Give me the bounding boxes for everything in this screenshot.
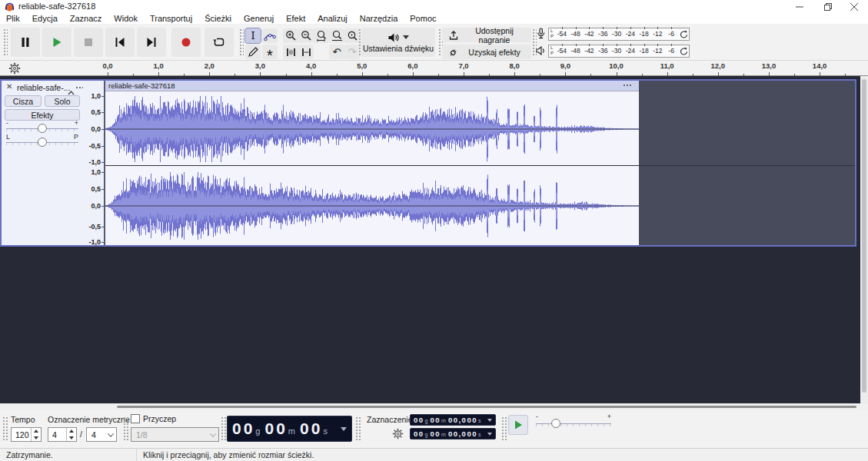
- time-digits[interactable]: 00: [414, 429, 424, 438]
- channel-separator: [105, 165, 855, 166]
- menu-item-transportuj[interactable]: Transportuj: [144, 13, 198, 24]
- snap-toolbar-grip[interactable]: [123, 416, 128, 441]
- time-digits[interactable]: 00,000: [448, 416, 477, 424]
- vertical-scale-ruler[interactable]: 1,00,50,0-0,5-1,01,00,50,0-0,5-1,0: [83, 81, 105, 245]
- draw-tool-button[interactable]: [245, 45, 261, 59]
- time-digits[interactable]: 00: [430, 429, 441, 438]
- horizontal-scrollbar-thumb[interactable]: [117, 406, 856, 408]
- audio-setup-button[interactable]: Ustawienia dźwięku: [361, 28, 435, 57]
- fit-project-button[interactable]: [329, 28, 344, 43]
- playback-meter-bar[interactable]: LP -54-48-42-36-30-24-18-12-6: [548, 45, 690, 58]
- minimize-button[interactable]: [788, 0, 811, 13]
- play-speed-slider[interactable]: - +: [534, 413, 613, 432]
- zoom-in-button[interactable]: [283, 28, 298, 43]
- stereo-waveform[interactable]: [105, 91, 639, 245]
- skip-to-end-button[interactable]: [137, 28, 166, 57]
- time-format-dropdown-icon[interactable]: [487, 419, 492, 422]
- play-button[interactable]: [42, 28, 72, 57]
- transport-toolbar-grip[interactable]: [2, 28, 8, 57]
- vertical-scrollbar[interactable]: [860, 76, 868, 403]
- skip-to-start-button[interactable]: [105, 28, 135, 57]
- horizontal-scrollbar[interactable]: [0, 403, 868, 410]
- play-at-speed-button[interactable]: [508, 415, 528, 435]
- playback-meter[interactable]: LP -54-48-42-36-30-24-18-12-6: [536, 44, 690, 58]
- effects-button[interactable]: Efekty: [5, 109, 80, 121]
- fit-selection-button[interactable]: [314, 28, 329, 43]
- timeline-ruler[interactable]: 0,01,02,03,04,05,06,07,08,09,010,011,012…: [0, 61, 868, 76]
- pan-slider-thumb[interactable]: [38, 138, 47, 147]
- tempo-spinner[interactable]: [31, 428, 41, 441]
- menu-item-zaznacz[interactable]: Zaznacz: [64, 13, 108, 24]
- pause-button[interactable]: [11, 28, 40, 57]
- menu-item-sciezki[interactable]: Ścieżki: [198, 13, 238, 24]
- time-digits[interactable]: 00: [414, 416, 424, 424]
- record-button[interactable]: [171, 28, 201, 57]
- envelope-tool-button[interactable]: [262, 28, 278, 43]
- audio-position-display[interactable]: 00g00m00s: [227, 416, 352, 442]
- time-digits[interactable]: 00: [232, 420, 254, 438]
- silence-selection-button[interactable]: [298, 45, 314, 59]
- zoom-out-button[interactable]: [298, 28, 314, 43]
- loop-button[interactable]: [205, 28, 234, 57]
- selection-end-field[interactable]: 00g00m00,000s: [410, 428, 496, 439]
- track-canvas[interactable]: ✕ reliable-safe-... Cisza Solo Efekty - …: [0, 76, 868, 403]
- get-effects-button[interactable]: Uzyskaj efekty: [442, 45, 531, 59]
- time-digits[interactable]: 00: [300, 420, 322, 438]
- time-digits[interactable]: 00: [264, 420, 287, 438]
- time-signature-upper-spinner[interactable]: [66, 428, 76, 441]
- multi-tool-button[interactable]: *: [262, 45, 278, 59]
- trim-outside-selection-button[interactable]: [283, 45, 298, 59]
- time-signature-upper-input[interactable]: 4: [48, 427, 77, 442]
- time-format-dropdown-icon[interactable]: [487, 433, 492, 436]
- snap-checkbox[interactable]: [131, 414, 140, 423]
- close-button[interactable]: [843, 0, 866, 13]
- time-signature-toolbar-grip[interactable]: [2, 416, 8, 441]
- time-digits[interactable]: 00,000: [448, 429, 477, 438]
- clip-header[interactable]: reliable-safe-327618: [105, 81, 639, 91]
- track-name[interactable]: reliable-safe-...: [17, 83, 70, 92]
- undo-button[interactable]: ↶: [329, 45, 344, 59]
- meter-scale-label: -18: [637, 30, 651, 38]
- selection-tool-button[interactable]: I: [245, 28, 261, 43]
- snap-value-select[interactable]: 1/8: [131, 427, 219, 442]
- menu-item-efekt[interactable]: Efekt: [280, 13, 311, 24]
- play-speed-slider-thumb[interactable]: [551, 419, 560, 428]
- time-signature-lower-select[interactable]: 4: [86, 427, 117, 442]
- recording-meter-bar[interactable]: LP -54-48-42-36-30-24-18-12-6: [548, 28, 690, 41]
- selection-start-field[interactable]: 00g00m00,000s: [410, 414, 496, 426]
- audio-setup-label: Ustawienia dźwięku: [363, 44, 434, 53]
- play-at-speed-toolbar-grip[interactable]: [501, 416, 507, 441]
- solo-button[interactable]: Solo: [45, 95, 80, 107]
- vertical-scrollbar-thumb[interactable]: [862, 79, 866, 393]
- share-audio-button[interactable]: Udostępnij nagranie: [442, 28, 531, 42]
- tempo-input[interactable]: 120: [11, 427, 42, 442]
- pan-slider[interactable]: L P: [5, 134, 80, 147]
- menu-item-generuj[interactable]: Generuj: [238, 13, 280, 24]
- menu-item-analizuj[interactable]: Analizuj: [311, 13, 354, 24]
- time-toolbar-grip[interactable]: [221, 416, 226, 441]
- time-format-dropdown-icon[interactable]: [341, 427, 347, 431]
- mute-button[interactable]: Cisza: [5, 95, 42, 107]
- stop-button[interactable]: [74, 28, 103, 57]
- track-waveform-area[interactable]: reliable-safe-327618: [105, 81, 855, 245]
- maximize-button[interactable]: [816, 0, 840, 13]
- selection-options-button[interactable]: [392, 428, 404, 443]
- audio-clip[interactable]: reliable-safe-327618: [105, 81, 639, 245]
- track-row[interactable]: ✕ reliable-safe-... Cisza Solo Efekty - …: [0, 79, 856, 247]
- menu-item-narzedzia[interactable]: Narzędzia: [354, 13, 404, 24]
- timeline-options-button[interactable]: [8, 62, 21, 75]
- menu-item-plik[interactable]: Plik: [0, 13, 26, 24]
- menu-item-pomoc[interactable]: Pomoc: [404, 13, 442, 24]
- tools-toolbar-grip[interactable]: [238, 28, 244, 57]
- ruler-tick-label: 13,0: [762, 61, 777, 70]
- gain-slider[interactable]: - +: [5, 121, 80, 133]
- ruler-scale[interactable]: 0,01,02,03,04,05,06,07,08,09,010,011,012…: [105, 61, 868, 76]
- menu-item-widok[interactable]: Widok: [108, 13, 144, 24]
- recording-meter[interactable]: LP -54-48-42-36-30-24-18-12-6: [536, 27, 690, 41]
- time-digits[interactable]: 00: [430, 416, 441, 424]
- menu-item-edycja[interactable]: Edycja: [26, 13, 64, 24]
- selection-toolbar-grip[interactable]: [355, 416, 361, 441]
- time-unit: m: [441, 418, 446, 423]
- track-close-button[interactable]: ✕: [6, 82, 12, 91]
- gain-slider-thumb[interactable]: [38, 124, 47, 133]
